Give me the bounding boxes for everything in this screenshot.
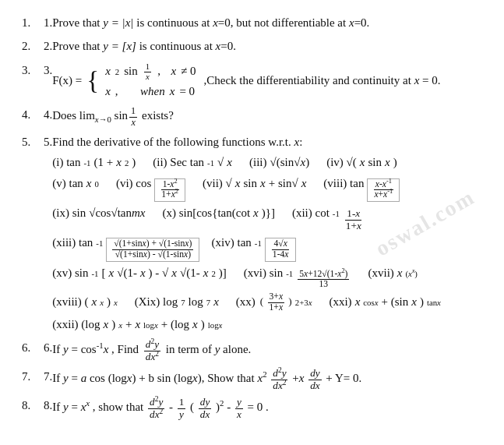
sub-xxii: (xxii) (logx)x + xlogx + (logx)logx xyxy=(52,316,222,334)
piecewise-case-1: x2sin1x, x ≠ 0 xyxy=(105,62,196,83)
list-item-5: 5. Find the derivative of the following … xyxy=(22,133,482,334)
item-content-8: If y = xx , show that d2ydx2 - 1y ( dydx… xyxy=(52,397,482,420)
main-list: 1. Prove that y = |x| is continuous at x… xyxy=(22,14,482,420)
list-item-8: 8. If y = xx , show that d2ydx2 - 1y ( d… xyxy=(22,397,482,420)
sub-row-5: (xv) sin-1[x√(1-x) - √x√(1-x2)] (xvi) si… xyxy=(52,264,482,291)
sub-row-1: (i) tan-1(1 + x2) (ii) Sec tan-1√x (iii)… xyxy=(52,154,482,171)
piecewise-case-2: x, when x = 0 xyxy=(105,82,196,101)
sub-xi: (xii) cot-11-x1+x xyxy=(292,204,365,231)
sub-ix: (ix) sin√cos√tanmx xyxy=(52,204,145,222)
sub-xix: (Xix) log7 log7 x xyxy=(135,293,219,311)
item-content-6: If y = cos-1x , Find d2ydx2 in term of y… xyxy=(52,339,482,362)
piecewise-cases: x2sin1x, x ≠ 0 x, when x = 0 xyxy=(105,62,196,101)
item-number: 6. xyxy=(44,339,52,357)
sub-viii: (viii) tanx-x-1x+x-1 xyxy=(323,175,400,203)
item-number: 3. xyxy=(44,62,52,79)
sub-ii: (ii) Sec tan-1√x xyxy=(153,154,232,171)
list-item-1: 1. Prove that y = |x| is continuous at x… xyxy=(22,14,482,32)
item-number: 1. xyxy=(44,14,52,32)
list-item-3: 3. F(x) = { x2sin1x, x ≠ 0 x, when x = 0… xyxy=(22,62,482,101)
sub-row-2: (v) tanx0 (vi) cos1-x21+x2 (vii) √xsinx … xyxy=(52,175,482,203)
sub-xvii: (xvii) x(xx) xyxy=(368,264,417,282)
item-content-5: Find the derivative of the following fun… xyxy=(52,133,482,334)
sub-iv: (iv) √(xsinx) xyxy=(326,154,397,171)
sub-i: (i) tan-1(1 + x2) xyxy=(52,154,136,171)
item-content-2: Prove that y = [x] is continuous at x=0. xyxy=(52,37,482,55)
sub-vi: (vi) cos1-x21+x2 xyxy=(116,175,185,203)
list-item-6: 6. If y = cos-1x , Find d2ydx2 in term o… xyxy=(22,339,482,362)
item-number: 7. xyxy=(44,368,52,386)
sub-row-4: (xiii) tan-1 √(1+sinx) + √(1-sinx) √(1+s… xyxy=(52,234,482,262)
sub-xiii: (xiii) tan-1 √(1+sinx) + √(1-sinx) √(1+s… xyxy=(52,234,296,262)
item-content-4: Does limx→0 sin1x exists? xyxy=(52,106,482,128)
item-content-3: F(x) = { x2sin1x, x ≠ 0 x, when x = 0 ,C… xyxy=(52,62,482,101)
math-1: y = |x| xyxy=(103,16,133,29)
item-content-1: Prove that y = |x| is continuous at x=0,… xyxy=(52,14,482,32)
sub-xv: (xv) sin-1[x√(1-x) - √x√(1-x2)] xyxy=(52,264,227,282)
sub-row-3: (ix) sin√cos√tanmx (x) sin[cos{tan(cotx)… xyxy=(52,204,482,231)
sub-v: (v) tanx0 xyxy=(52,175,99,192)
item-number: 5. xyxy=(44,133,52,151)
sub-x: (x) sin[cos{tan(cotx)}] xyxy=(162,204,274,222)
list-item-7: 7. If y = a cos (logx) + b sin (logx), S… xyxy=(22,368,482,391)
math-2: y = [x] xyxy=(103,40,136,52)
sub-vii: (vii) √xsinx + sin√x xyxy=(203,175,306,192)
sub-xvi: (xvi) sin-1 5x+12√(1-x2) 13 xyxy=(244,264,351,291)
item-number: 8. xyxy=(44,397,52,415)
item-content-7: If y = a cos (logx) + b sin (logx), Show… xyxy=(52,368,482,391)
sub-xviii: (xviii) (xx)x xyxy=(52,293,118,311)
item-number: 4. xyxy=(44,106,52,124)
sub-xxi: (xxi) xcosx + (sinx)tanx xyxy=(329,293,440,311)
sub-iii: (iii) √(sin√x) xyxy=(249,154,309,171)
sub-xx: (xx) ( 3+x 1+x ) xyxy=(236,292,312,313)
sub-row-7: (xxii) (logx)x + xlogx + (logx)logx xyxy=(52,316,482,334)
check-text: ,Check the differentiability and continu… xyxy=(204,72,441,90)
list-item-2: 2. Prove that y = [x] is continuous at x… xyxy=(22,37,482,55)
item-number: 2. xyxy=(44,37,52,55)
page-container: oswal.com 1. Prove that y = |x| is conti… xyxy=(22,14,482,420)
list-item-4: 4. Does limx→0 sin1x exists? xyxy=(22,106,482,128)
frac-1x: 1x xyxy=(143,62,153,82)
brace-icon: { xyxy=(86,69,99,93)
sub-row-6: (xviii) (xx)x (Xix) log7 log7 x (xx) ( xyxy=(52,292,482,313)
